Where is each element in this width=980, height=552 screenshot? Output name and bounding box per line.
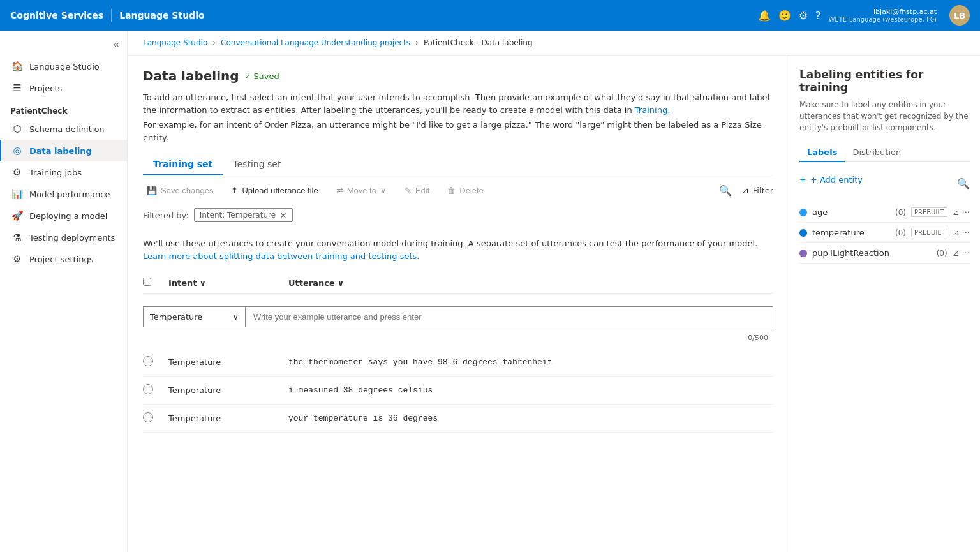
- projects-icon: ☰: [11, 82, 23, 94]
- right-panel: Labeling entities for training Make sure…: [789, 56, 980, 552]
- cognitive-services-label: Cognitive Services: [10, 10, 103, 20]
- add-entity-plus-icon: +: [799, 175, 806, 184]
- breadcrumb-sep-2: ›: [415, 38, 419, 47]
- filter-label: Filter: [753, 186, 773, 195]
- row-1-radio[interactable]: [143, 356, 153, 366]
- entity-search-icon[interactable]: 🔍: [957, 177, 970, 190]
- filter-button[interactable]: ⊿ Filter: [742, 186, 773, 195]
- brand-name: Cognitive Services Language Studio: [10, 9, 205, 22]
- age-tag: PREBUILT: [911, 207, 947, 217]
- labeling-icon: ◎: [11, 145, 23, 156]
- dataset-tabs: Training set Testing set: [143, 154, 773, 175]
- sidebar-item-project-settings[interactable]: ⚙ Project settings: [0, 248, 127, 270]
- panel-title: Labeling entities for training: [799, 68, 970, 94]
- training-link[interactable]: Training.: [635, 105, 670, 115]
- age-count: (0): [895, 208, 906, 217]
- filtered-by-label: Filtered by:: [143, 211, 189, 220]
- temperature-actions: ⊿ ···: [953, 228, 970, 237]
- notification-icon[interactable]: 🔔: [758, 10, 771, 22]
- utterance-input[interactable]: [246, 307, 773, 327]
- intent-sort-icon: ∨: [200, 278, 207, 288]
- entity-row-age: age (0) PREBUILT ⊿ ···: [799, 202, 970, 223]
- breadcrumb-current: PatientCheck - Data labeling: [424, 38, 533, 47]
- save-changes-button[interactable]: 💾 Save changes: [143, 183, 217, 198]
- description-line2: For example, for an intent of Order Pizz…: [143, 119, 773, 144]
- filter-icon: ⊿: [742, 186, 749, 195]
- sidebar-label-settings: Project settings: [29, 255, 93, 264]
- col-header-intent[interactable]: Intent ∨: [168, 278, 283, 288]
- breadcrumb-language-studio[interactable]: Language Studio: [143, 38, 207, 47]
- add-entity-button[interactable]: + + Add entity: [799, 172, 863, 187]
- sidebar-item-model-performance[interactable]: 📊 Model performance: [0, 183, 127, 205]
- pupil-count: (0): [937, 249, 947, 258]
- settings-icon[interactable]: ⚙: [799, 10, 808, 22]
- select-all-checkbox[interactable]: [143, 278, 151, 286]
- col-header-utterance[interactable]: Utterance ∨: [288, 278, 773, 288]
- sidebar-label-schema: Schema definition: [29, 124, 105, 134]
- emoji-icon[interactable]: 🙂: [778, 10, 791, 22]
- add-utterance-row: Temperature ∨: [143, 306, 773, 327]
- sidebar-item-schema-definition[interactable]: ⬡ Schema definition: [0, 118, 127, 140]
- performance-icon: 📊: [11, 188, 23, 200]
- pupil-dot: [799, 250, 807, 257]
- sidebar-label-performance: Model performance: [29, 190, 110, 199]
- tab-testing-set[interactable]: Testing set: [223, 154, 291, 175]
- age-more-icon[interactable]: ···: [962, 207, 970, 217]
- learn-more-link[interactable]: Learn more about splitting data between …: [143, 251, 419, 261]
- utterance-sort-icon: ∨: [338, 278, 345, 288]
- input-row-wrapper: Temperature ∨ 0/500: [143, 294, 773, 348]
- filter-tag: Intent: Temperature ×: [194, 208, 293, 222]
- move-to-button[interactable]: ⇄ Move to ∨: [332, 183, 390, 198]
- edit-button[interactable]: ✎ Edit: [401, 183, 433, 198]
- sidebar-item-deploying-model[interactable]: 🚀 Deploying a model: [0, 205, 127, 227]
- age-entity-name: age: [812, 207, 890, 217]
- top-navigation: Cognitive Services Language Studio 🔔 🙂 ⚙…: [0, 0, 980, 31]
- table-row: Temperature the thermometer says you hav…: [143, 348, 773, 377]
- nav-divider: [111, 9, 112, 22]
- sidebar-item-projects[interactable]: ☰ Projects: [0, 77, 127, 99]
- search-icon[interactable]: 🔍: [719, 184, 732, 197]
- sidebar-item-training-jobs[interactable]: ⚙ Training jobs: [0, 161, 127, 183]
- upload-icon: ⬆: [231, 186, 238, 195]
- temperature-tag: PREBUILT: [911, 228, 947, 237]
- intent-dropdown-arrow: ∨: [232, 312, 239, 322]
- temperature-more-icon[interactable]: ···: [962, 228, 970, 237]
- breadcrumb-clu-projects[interactable]: Conversational Language Understanding pr…: [221, 38, 410, 47]
- table-header: Intent ∨ Utterance ∨: [143, 272, 773, 294]
- user-avatar[interactable]: LB: [949, 5, 970, 26]
- help-icon[interactable]: ?: [815, 10, 821, 22]
- row-1-intent: Temperature: [168, 357, 283, 367]
- age-filter-icon[interactable]: ⊿: [953, 207, 960, 217]
- saved-label: Saved: [254, 71, 279, 81]
- sidebar-label-deploy: Deploying a model: [29, 211, 107, 221]
- panel-tab-labels[interactable]: Labels: [799, 144, 845, 162]
- info-text-content: We'll use these utterances to create you…: [143, 239, 757, 248]
- intent-dropdown[interactable]: Temperature ∨: [144, 307, 246, 327]
- description-text-1: To add an utterance, first select an int…: [143, 93, 769, 115]
- upload-utterance-button[interactable]: ⬆ Upload utterance file: [227, 183, 322, 198]
- training-icon: ⚙: [11, 167, 23, 178]
- remove-filter-button[interactable]: ×: [279, 210, 287, 220]
- sidebar-item-language-studio[interactable]: 🏠 Language Studio: [0, 56, 127, 77]
- entity-row-pupilLightReaction: pupilLightReaction (0) ⊿ ···: [799, 243, 970, 264]
- pupil-actions: ⊿ ···: [953, 248, 970, 258]
- saved-status: ✓ Saved: [244, 71, 279, 81]
- row-1-check: [143, 356, 163, 368]
- move-icon: ⇄: [336, 186, 343, 195]
- pupil-filter-icon[interactable]: ⊿: [953, 248, 960, 258]
- panel-tabs: Labels Distribution: [799, 144, 970, 162]
- temperature-filter-icon[interactable]: ⊿: [953, 228, 960, 237]
- sidebar-item-data-labeling[interactable]: ◎ Data labeling: [0, 140, 127, 161]
- delete-button[interactable]: 🗑 Delete: [443, 183, 487, 198]
- collapse-button[interactable]: «: [0, 36, 127, 56]
- table-row: Temperature your temperature is 36 degre…: [143, 405, 773, 433]
- char-count: 0/500: [143, 332, 773, 343]
- pupil-more-icon[interactable]: ···: [962, 248, 970, 258]
- breadcrumb: Language Studio › Conversational Languag…: [128, 31, 980, 56]
- sidebar-item-testing-deployments[interactable]: ⚗ Testing deployments: [0, 227, 127, 248]
- row-2-radio[interactable]: [143, 384, 153, 394]
- settings-sidebar-icon: ⚙: [11, 253, 23, 265]
- panel-tab-distribution[interactable]: Distribution: [845, 144, 909, 162]
- row-3-radio[interactable]: [143, 412, 153, 422]
- tab-training-set[interactable]: Training set: [143, 154, 223, 175]
